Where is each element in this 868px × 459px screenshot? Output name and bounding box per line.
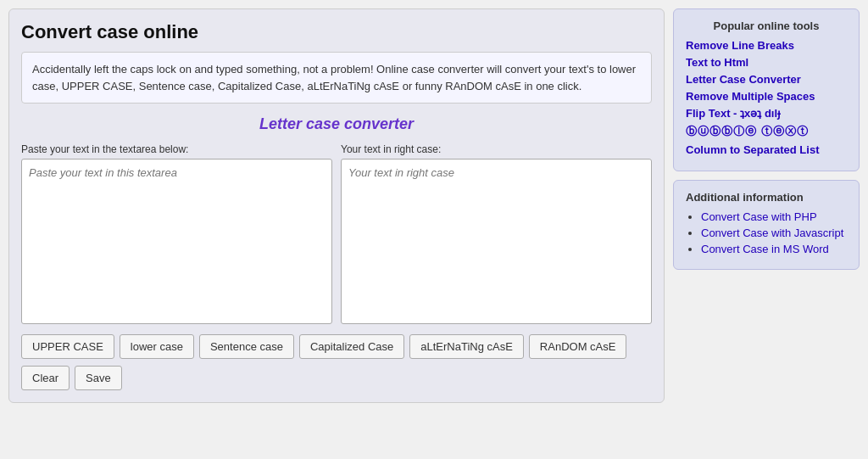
sidebar-link-text-to-html[interactable]: Text to Html <box>686 56 847 69</box>
additional-links-list: Convert Case with PHP Convert Case with … <box>686 210 847 255</box>
left-textarea-label: Paste your text in the textarea below: <box>21 143 332 155</box>
sidebar-link-remove-multiple-spaces[interactable]: Remove Multiple Spaces <box>686 90 847 103</box>
input-textarea[interactable] <box>21 159 332 324</box>
sidebar-link-letter-case-converter[interactable]: Letter Case Converter <box>686 73 847 86</box>
right-textarea-label: Your text in right case: <box>341 143 652 155</box>
sidebar-link-flip-text[interactable]: Flip Text - ʇxǝʇ dılɟ <box>686 107 847 120</box>
random-case-button[interactable]: RAnDOM cAsE <box>529 334 627 359</box>
clear-button[interactable]: Clear <box>21 366 70 390</box>
action-buttons-row: Clear Save <box>21 366 652 390</box>
upper-case-button[interactable]: UPPER CASE <box>21 334 114 359</box>
link-convert-php[interactable]: Convert Case with PHP <box>701 210 817 223</box>
case-buttons-row: UPPER CASE lower case Sentence case Capi… <box>21 334 652 359</box>
additional-info-title: Additional information <box>686 191 847 204</box>
main-panel: Convert case online Accidentally left th… <box>8 8 665 403</box>
additional-list-item-word: Convert Case in MS Word <box>701 243 847 255</box>
sidebar-link-bubble-text[interactable]: ⓑⓤⓑⓑⓛⓔ ⓣⓔⓧⓣ <box>686 124 847 139</box>
alternating-case-button[interactable]: aLtErNaTiNg cAsE <box>409 334 524 359</box>
lower-case-button[interactable]: lower case <box>120 334 194 359</box>
page-title: Convert case online <box>21 21 652 43</box>
capitalized-case-button[interactable]: Capitalized Case <box>299 334 404 359</box>
additional-list-item-php: Convert Case with PHP <box>701 210 847 223</box>
sidebar: Popular online tools Remove Line Breaks … <box>673 8 860 403</box>
save-button[interactable]: Save <box>75 366 122 390</box>
output-textarea[interactable] <box>341 159 652 324</box>
description-box: Accidentally left the caps lock on and t… <box>21 52 652 104</box>
sentence-case-button[interactable]: Sentence case <box>199 334 294 359</box>
sidebar-link-column-to-separated-list[interactable]: Column to Separated List <box>686 143 847 156</box>
sidebar-link-remove-line-breaks[interactable]: Remove Line Breaks <box>686 39 847 52</box>
converter-title: Letter case converter <box>21 115 652 133</box>
link-convert-word[interactable]: Convert Case in MS Word <box>701 243 829 255</box>
additional-info-box: Additional information Convert Case with… <box>673 180 860 270</box>
additional-list-item-js: Convert Case with Javascript <box>701 227 847 239</box>
popular-tools-box: Popular online tools Remove Line Breaks … <box>673 8 860 171</box>
textareas-container <box>21 159 652 324</box>
textarea-labels: Paste your text in the textarea below: Y… <box>21 143 652 155</box>
popular-tools-title: Popular online tools <box>686 20 847 32</box>
link-convert-js[interactable]: Convert Case with Javascript <box>701 227 843 239</box>
description-text: Accidentally left the caps lock on and t… <box>32 63 636 92</box>
